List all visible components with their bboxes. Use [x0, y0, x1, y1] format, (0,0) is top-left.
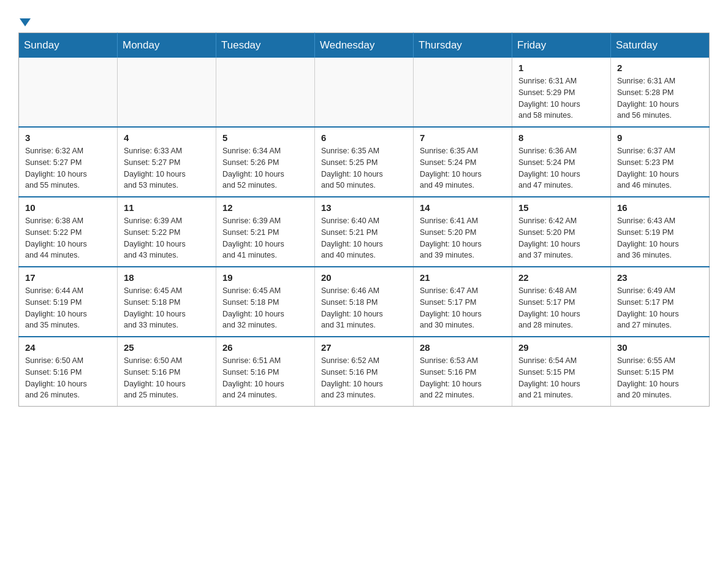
calendar-cell: 10Sunrise: 6:38 AM Sunset: 5:22 PM Dayli… [19, 197, 118, 267]
day-number: 1 [518, 63, 604, 73]
calendar-cell: 3Sunrise: 6:32 AM Sunset: 5:27 PM Daylig… [19, 127, 118, 197]
calendar-cell: 26Sunrise: 6:51 AM Sunset: 5:16 PM Dayli… [216, 337, 315, 407]
day-info: Sunrise: 6:41 AM Sunset: 5:20 PM Dayligh… [420, 215, 506, 261]
week-row-5: 24Sunrise: 6:50 AM Sunset: 5:16 PM Dayli… [19, 337, 710, 407]
day-info: Sunrise: 6:42 AM Sunset: 5:20 PM Dayligh… [518, 215, 604, 261]
weekday-header-row: SundayMondayTuesdayWednesdayThursdayFrid… [19, 33, 710, 58]
day-info: Sunrise: 6:44 AM Sunset: 5:19 PM Dayligh… [25, 285, 111, 331]
day-info: Sunrise: 6:50 AM Sunset: 5:16 PM Dayligh… [25, 355, 111, 401]
day-number: 16 [617, 202, 703, 213]
calendar-cell: 30Sunrise: 6:55 AM Sunset: 5:15 PM Dayli… [611, 337, 710, 407]
day-number: 5 [222, 132, 308, 143]
day-number: 3 [25, 132, 111, 143]
weekday-header-friday: Friday [512, 33, 611, 58]
day-number: 26 [222, 342, 308, 353]
day-number: 9 [617, 132, 703, 143]
day-number: 2 [617, 63, 703, 73]
weekday-header-sunday: Sunday [19, 33, 118, 58]
calendar-cell: 29Sunrise: 6:54 AM Sunset: 5:15 PM Dayli… [512, 337, 611, 407]
calendar-cell: 1Sunrise: 6:31 AM Sunset: 5:29 PM Daylig… [512, 58, 611, 127]
day-info: Sunrise: 6:33 AM Sunset: 5:27 PM Dayligh… [124, 145, 210, 191]
logo-arrow-icon [20, 18, 31, 26]
calendar-cell: 25Sunrise: 6:50 AM Sunset: 5:16 PM Dayli… [118, 337, 216, 407]
day-number: 20 [321, 272, 407, 283]
day-info: Sunrise: 6:54 AM Sunset: 5:15 PM Dayligh… [518, 355, 604, 401]
day-number: 21 [420, 272, 506, 283]
day-info: Sunrise: 6:45 AM Sunset: 5:18 PM Dayligh… [222, 285, 308, 331]
day-info: Sunrise: 6:45 AM Sunset: 5:18 PM Dayligh… [124, 285, 210, 331]
day-info: Sunrise: 6:35 AM Sunset: 5:24 PM Dayligh… [420, 145, 506, 191]
calendar-cell: 23Sunrise: 6:49 AM Sunset: 5:17 PM Dayli… [611, 267, 710, 337]
weekday-header-monday: Monday [118, 33, 216, 58]
day-info: Sunrise: 6:46 AM Sunset: 5:18 PM Dayligh… [321, 285, 407, 331]
calendar-cell: 8Sunrise: 6:36 AM Sunset: 5:24 PM Daylig… [512, 127, 611, 197]
week-row-4: 17Sunrise: 6:44 AM Sunset: 5:19 PM Dayli… [19, 267, 710, 337]
calendar-cell [315, 58, 414, 127]
day-info: Sunrise: 6:53 AM Sunset: 5:16 PM Dayligh… [420, 355, 506, 401]
logo [18, 12, 32, 26]
day-number: 30 [617, 342, 703, 353]
day-number: 10 [25, 202, 111, 213]
day-number: 6 [321, 132, 407, 143]
day-info: Sunrise: 6:32 AM Sunset: 5:27 PM Dayligh… [25, 145, 111, 191]
calendar-cell: 11Sunrise: 6:39 AM Sunset: 5:22 PM Dayli… [118, 197, 216, 267]
calendar-cell: 6Sunrise: 6:35 AM Sunset: 5:25 PM Daylig… [315, 127, 414, 197]
weekday-header-tuesday: Tuesday [216, 33, 315, 58]
calendar-cell [216, 58, 315, 127]
day-number: 27 [321, 342, 407, 353]
calendar-cell: 2Sunrise: 6:31 AM Sunset: 5:28 PM Daylig… [611, 58, 710, 127]
day-info: Sunrise: 6:48 AM Sunset: 5:17 PM Dayligh… [518, 285, 604, 331]
day-number: 13 [321, 202, 407, 213]
page-header [18, 12, 710, 26]
calendar-cell: 13Sunrise: 6:40 AM Sunset: 5:21 PM Dayli… [315, 197, 414, 267]
week-row-3: 10Sunrise: 6:38 AM Sunset: 5:22 PM Dayli… [19, 197, 710, 267]
day-number: 29 [518, 342, 604, 353]
day-number: 19 [222, 272, 308, 283]
day-info: Sunrise: 6:43 AM Sunset: 5:19 PM Dayligh… [617, 215, 703, 261]
day-number: 23 [617, 272, 703, 283]
calendar-cell: 7Sunrise: 6:35 AM Sunset: 5:24 PM Daylig… [414, 127, 512, 197]
day-info: Sunrise: 6:36 AM Sunset: 5:24 PM Dayligh… [518, 145, 604, 191]
calendar-cell: 14Sunrise: 6:41 AM Sunset: 5:20 PM Dayli… [414, 197, 512, 267]
day-number: 28 [420, 342, 506, 353]
day-number: 11 [124, 202, 210, 213]
calendar-cell: 17Sunrise: 6:44 AM Sunset: 5:19 PM Dayli… [19, 267, 118, 337]
calendar-cell [19, 58, 118, 127]
week-row-2: 3Sunrise: 6:32 AM Sunset: 5:27 PM Daylig… [19, 127, 710, 197]
day-number: 12 [222, 202, 308, 213]
day-info: Sunrise: 6:49 AM Sunset: 5:17 PM Dayligh… [617, 285, 703, 331]
day-info: Sunrise: 6:38 AM Sunset: 5:22 PM Dayligh… [25, 215, 111, 261]
day-info: Sunrise: 6:35 AM Sunset: 5:25 PM Dayligh… [321, 145, 407, 191]
day-info: Sunrise: 6:52 AM Sunset: 5:16 PM Dayligh… [321, 355, 407, 401]
day-info: Sunrise: 6:31 AM Sunset: 5:28 PM Dayligh… [617, 75, 703, 121]
day-info: Sunrise: 6:39 AM Sunset: 5:21 PM Dayligh… [222, 215, 308, 261]
calendar-cell: 24Sunrise: 6:50 AM Sunset: 5:16 PM Dayli… [19, 337, 118, 407]
calendar-cell [118, 58, 216, 127]
day-number: 22 [518, 272, 604, 283]
calendar-cell: 4Sunrise: 6:33 AM Sunset: 5:27 PM Daylig… [118, 127, 216, 197]
day-info: Sunrise: 6:40 AM Sunset: 5:21 PM Dayligh… [321, 215, 407, 261]
calendar-cell: 9Sunrise: 6:37 AM Sunset: 5:23 PM Daylig… [611, 127, 710, 197]
day-number: 17 [25, 272, 111, 283]
week-row-1: 1Sunrise: 6:31 AM Sunset: 5:29 PM Daylig… [19, 58, 710, 127]
day-number: 18 [124, 272, 210, 283]
day-info: Sunrise: 6:47 AM Sunset: 5:17 PM Dayligh… [420, 285, 506, 331]
calendar-cell: 28Sunrise: 6:53 AM Sunset: 5:16 PM Dayli… [414, 337, 512, 407]
weekday-header-thursday: Thursday [414, 33, 512, 58]
day-number: 7 [420, 132, 506, 143]
calendar-cell: 21Sunrise: 6:47 AM Sunset: 5:17 PM Dayli… [414, 267, 512, 337]
calendar-cell: 22Sunrise: 6:48 AM Sunset: 5:17 PM Dayli… [512, 267, 611, 337]
day-info: Sunrise: 6:37 AM Sunset: 5:23 PM Dayligh… [617, 145, 703, 191]
calendar-table: SundayMondayTuesdayWednesdayThursdayFrid… [18, 33, 710, 407]
day-number: 25 [124, 342, 210, 353]
calendar-cell: 16Sunrise: 6:43 AM Sunset: 5:19 PM Dayli… [611, 197, 710, 267]
day-info: Sunrise: 6:50 AM Sunset: 5:16 PM Dayligh… [124, 355, 210, 401]
calendar-cell: 15Sunrise: 6:42 AM Sunset: 5:20 PM Dayli… [512, 197, 611, 267]
calendar-cell: 19Sunrise: 6:45 AM Sunset: 5:18 PM Dayli… [216, 267, 315, 337]
day-info: Sunrise: 6:51 AM Sunset: 5:16 PM Dayligh… [222, 355, 308, 401]
calendar-cell: 5Sunrise: 6:34 AM Sunset: 5:26 PM Daylig… [216, 127, 315, 197]
day-number: 8 [518, 132, 604, 143]
calendar-cell: 20Sunrise: 6:46 AM Sunset: 5:18 PM Dayli… [315, 267, 414, 337]
calendar-cell: 12Sunrise: 6:39 AM Sunset: 5:21 PM Dayli… [216, 197, 315, 267]
day-number: 15 [518, 202, 604, 213]
